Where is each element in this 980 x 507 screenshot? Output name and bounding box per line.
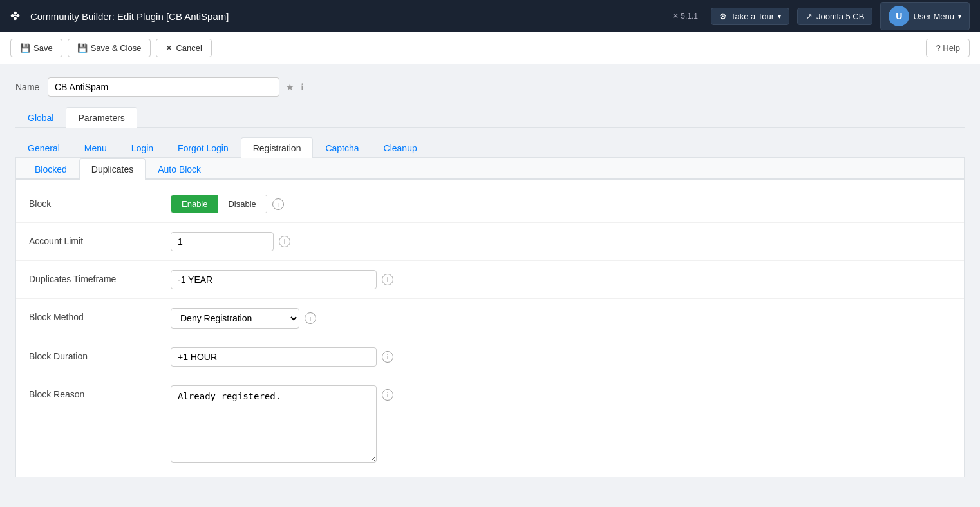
save-button[interactable]: 💾 Save — [10, 39, 62, 57]
duplicates-timeframe-input[interactable] — [171, 270, 377, 289]
tab-global[interactable]: Global — [15, 107, 66, 128]
form-section: Block Enable Disable i Account Limit i — [16, 180, 964, 477]
tab-duplicates[interactable]: Duplicates — [79, 158, 146, 180]
block-method-info-icon: i — [305, 312, 316, 324]
account-limit-input[interactable] — [171, 232, 274, 251]
chevron-down-icon: ▾ — [958, 13, 961, 20]
account-limit-info-icon: i — [279, 236, 290, 247]
block-reason-info-icon: i — [382, 389, 393, 401]
block-control: Enable Disable i — [171, 195, 951, 213]
account-limit-control: i — [171, 232, 951, 251]
info-icon: ℹ — [301, 82, 304, 92]
toolbar-left: 💾 Save 💾 Save & Close ✕ Cancel — [10, 39, 212, 57]
tertiary-tabs: Blocked Duplicates Auto Block — [16, 158, 964, 180]
tab-blocked[interactable]: Blocked — [23, 158, 79, 180]
help-button[interactable]: ? Help — [926, 39, 970, 57]
duplicates-timeframe-info-icon: i — [382, 274, 393, 285]
tab-captcha[interactable]: Captcha — [313, 137, 371, 158]
block-label: Block — [29, 195, 171, 209]
block-duration-info-icon: i — [382, 351, 393, 363]
name-label: Name — [15, 82, 41, 92]
cancel-icon: ✕ — [165, 43, 173, 53]
tab-cleanup[interactable]: Cleanup — [372, 137, 429, 158]
block-reason-control: Already registered. i — [171, 385, 951, 463]
duplicates-timeframe-control: i — [171, 270, 951, 289]
user-menu-button[interactable]: U User Menu ▾ — [880, 2, 970, 30]
external-link-icon: ↗ — [806, 12, 813, 21]
block-row: Block Enable Disable i — [16, 186, 964, 223]
tour-icon: ⚙ — [719, 12, 727, 21]
block-reason-textarea[interactable]: Already registered. — [171, 385, 377, 463]
tab-registration[interactable]: Registration — [241, 137, 314, 158]
star-icon: ★ — [286, 82, 294, 92]
block-duration-control: i — [171, 347, 951, 367]
top-bar: ✤ Community Builder: Edit Plugin [CB Ant… — [0, 0, 980, 32]
block-disable-button[interactable]: Disable — [218, 195, 266, 213]
block-reason-label: Block Reason — [29, 385, 171, 399]
account-limit-label: Account Limit — [29, 232, 171, 246]
page-title: Community Builder: Edit Plugin [CB AntiS… — [30, 11, 664, 22]
block-reason-row: Block Reason Already registered. i — [16, 376, 964, 472]
cancel-button[interactable]: ✕ Cancel — [156, 39, 211, 57]
block-method-row: Block Method Deny Registration Block Use… — [16, 299, 964, 338]
name-input[interactable] — [48, 77, 279, 97]
secondary-tabs: General Menu Login Forgot Login Registra… — [15, 137, 965, 158]
main-content: Name ★ ℹ Global Parameters General Menu … — [0, 64, 980, 490]
tab-parameters[interactable]: Parameters — [66, 107, 137, 128]
block-duration-label: Block Duration — [29, 347, 171, 361]
block-duration-input[interactable] — [171, 347, 377, 367]
tab-content: Blocked Duplicates Auto Block Block Enab… — [15, 158, 965, 477]
version-badge: ✕ 5.1.1 — [672, 12, 698, 21]
save-and-close-button[interactable]: 💾 Save & Close — [68, 39, 151, 57]
plugin-icon: ✤ — [10, 9, 20, 23]
joomla-button[interactable]: ↗ Joomla 5 CB — [797, 8, 872, 25]
save-icon: 💾 — [20, 43, 30, 53]
name-row: Name ★ ℹ — [15, 77, 965, 97]
primary-tabs: Global Parameters — [15, 107, 965, 128]
avatar: U — [889, 6, 909, 26]
duplicates-timeframe-row: Duplicates Timeframe i — [16, 261, 964, 299]
tab-general[interactable]: General — [15, 137, 72, 158]
tab-login[interactable]: Login — [119, 137, 165, 158]
toolbar: 💾 Save 💾 Save & Close ✕ Cancel ? Help — [0, 32, 980, 64]
tab-forgot-login[interactable]: Forgot Login — [165, 137, 241, 158]
chevron-down-icon: ▾ — [778, 13, 781, 20]
save-close-icon: 💾 — [77, 43, 88, 53]
block-duration-row: Block Duration i — [16, 338, 964, 376]
block-method-select[interactable]: Deny Registration Block User — [171, 308, 299, 329]
take-a-tour-button[interactable]: ⚙ Take a Tour ▾ — [711, 8, 789, 25]
block-method-control: Deny Registration Block User i — [171, 308, 951, 329]
block-toggle-group: Enable Disable — [171, 195, 267, 213]
tertiary-tabs-wrapper: Blocked Duplicates Auto Block — [16, 158, 964, 180]
block-enable-button[interactable]: Enable — [171, 195, 218, 213]
duplicates-timeframe-label: Duplicates Timeframe — [29, 270, 171, 284]
tab-menu[interactable]: Menu — [72, 137, 119, 158]
block-info-icon: i — [272, 198, 284, 210]
block-method-label: Block Method — [29, 308, 171, 322]
tab-auto-block[interactable]: Auto Block — [146, 158, 213, 180]
account-limit-row: Account Limit i — [16, 223, 964, 261]
